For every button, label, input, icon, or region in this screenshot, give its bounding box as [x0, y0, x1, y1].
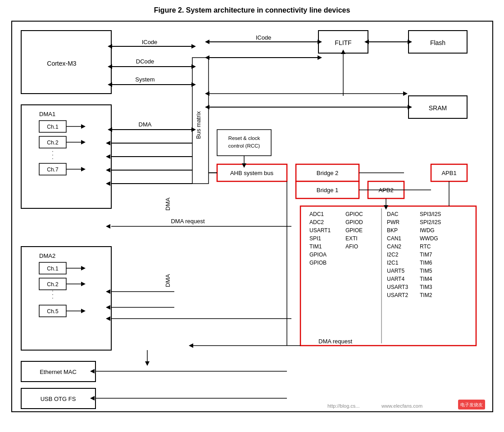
page-container: Figure 2. System architecture in connect…	[0, 0, 504, 432]
svg-text:DMA: DMA	[164, 198, 171, 211]
svg-rect-32	[217, 130, 271, 156]
svg-text:TIM4: TIM4	[420, 276, 432, 282]
svg-text:I2C1: I2C1	[387, 260, 399, 266]
svg-text:·: ·	[52, 148, 53, 154]
svg-text:USART1: USART1	[309, 227, 331, 234]
svg-text:SRAM: SRAM	[428, 104, 446, 112]
svg-marker-147	[189, 343, 193, 348]
svg-text:Bus matrix: Bus matrix	[195, 111, 202, 139]
svg-marker-105	[318, 55, 322, 60]
svg-text:GPIOE: GPIOE	[345, 227, 363, 234]
svg-text:ADC1: ADC1	[309, 211, 324, 217]
svg-text:GPIOC: GPIOC	[345, 211, 363, 217]
svg-text:control (RCC): control (RCC)	[228, 143, 259, 148]
svg-text:TIM3: TIM3	[420, 284, 432, 290]
svg-text:ADC2: ADC2	[309, 219, 324, 225]
svg-text:DAC: DAC	[387, 211, 399, 217]
svg-text:I2C2: I2C2	[387, 252, 399, 258]
page-title: Figure 2. System architecture in connect…	[9, 6, 495, 14]
svg-text:TIM1: TIM1	[309, 243, 322, 250]
svg-text:EXTI: EXTI	[345, 235, 358, 242]
svg-text:APB1: APB1	[441, 170, 456, 176]
svg-text:UART5: UART5	[387, 268, 404, 274]
svg-text:·: ·	[52, 288, 53, 294]
svg-text:CAN1: CAN1	[387, 235, 401, 242]
svg-text:Bridge  1: Bridge 1	[316, 187, 338, 194]
svg-text:ICode: ICode	[255, 34, 271, 41]
svg-text:Ch.5: Ch.5	[47, 308, 59, 315]
svg-text:Cortex-M3: Cortex-M3	[47, 60, 77, 67]
svg-text:FLITF: FLITF	[335, 39, 351, 46]
svg-text:UART4: UART4	[387, 276, 404, 282]
svg-text:DMA request: DMA request	[318, 338, 353, 345]
svg-text:GPIOB: GPIOB	[309, 260, 327, 266]
svg-text:电子发烧友: 电子发烧友	[460, 402, 483, 407]
svg-text:SPI1: SPI1	[309, 235, 321, 242]
svg-text:Ch.7: Ch.7	[47, 166, 59, 173]
svg-text:Ethernet MAC: Ethernet MAC	[40, 369, 77, 375]
svg-marker-86	[191, 44, 196, 49]
svg-text:www.elecfans.com: www.elecfans.com	[381, 403, 422, 409]
svg-text:Ch.2: Ch.2	[47, 140, 59, 146]
svg-text:ICode: ICode	[141, 39, 157, 45]
svg-text:GPIOD: GPIOD	[345, 219, 363, 225]
svg-text:AFIO: AFIO	[345, 243, 358, 250]
svg-text:RTC: RTC	[420, 243, 431, 250]
svg-text:System: System	[135, 76, 154, 83]
svg-text:USART2: USART2	[387, 292, 408, 298]
diagram-svg: Cortex-M3 DMA1 Ch.1 Ch.2 Ch.7 · · · DMA2…	[12, 22, 494, 413]
svg-text:DMA request: DMA request	[171, 218, 205, 225]
svg-text:Reset & clock: Reset & clock	[228, 135, 260, 141]
svg-text:DMA2: DMA2	[39, 252, 55, 259]
svg-text:Ch.2: Ch.2	[47, 281, 59, 288]
svg-text:USART3: USART3	[387, 284, 408, 290]
svg-text:Ch.1: Ch.1	[47, 124, 59, 130]
svg-text:Flash: Flash	[430, 39, 445, 46]
svg-text:SPI3/I2S: SPI3/I2S	[420, 211, 441, 217]
svg-text:AHB system bus: AHB system bus	[230, 170, 273, 176]
svg-text:Ch.1: Ch.1	[47, 266, 59, 272]
svg-text:http://blog.cs...: http://blog.cs...	[327, 403, 360, 409]
svg-text:DCode: DCode	[136, 58, 154, 65]
svg-text:PWR: PWR	[387, 219, 400, 225]
svg-marker-163	[145, 361, 150, 366]
svg-marker-124	[106, 224, 110, 229]
svg-text:SPI2/I2S: SPI2/I2S	[420, 219, 441, 225]
svg-text:BKP: BKP	[387, 227, 398, 234]
svg-text:DMA1: DMA1	[39, 111, 55, 117]
svg-text:DMA: DMA	[164, 274, 171, 287]
svg-text:WWDG: WWDG	[420, 235, 438, 242]
svg-text:USB OTG FS: USB OTG FS	[40, 396, 76, 402]
svg-text:GPIOA: GPIOA	[309, 252, 327, 258]
svg-text:DMA: DMA	[138, 121, 151, 128]
svg-text:TIM5: TIM5	[420, 268, 432, 274]
svg-text:TIM6: TIM6	[420, 260, 432, 266]
svg-text:IWDG: IWDG	[420, 227, 435, 234]
svg-text:Bridge  2: Bridge 2	[316, 170, 338, 176]
svg-marker-99	[205, 40, 209, 44]
svg-text:CAN2: CAN2	[387, 243, 401, 250]
diagram-area: Cortex-M3 DMA1 Ch.1 Ch.2 Ch.7 · · · DMA2…	[11, 21, 493, 412]
svg-text:TIM2: TIM2	[420, 292, 432, 298]
svg-text:TIM7: TIM7	[420, 252, 432, 258]
svg-marker-167	[403, 91, 408, 96]
